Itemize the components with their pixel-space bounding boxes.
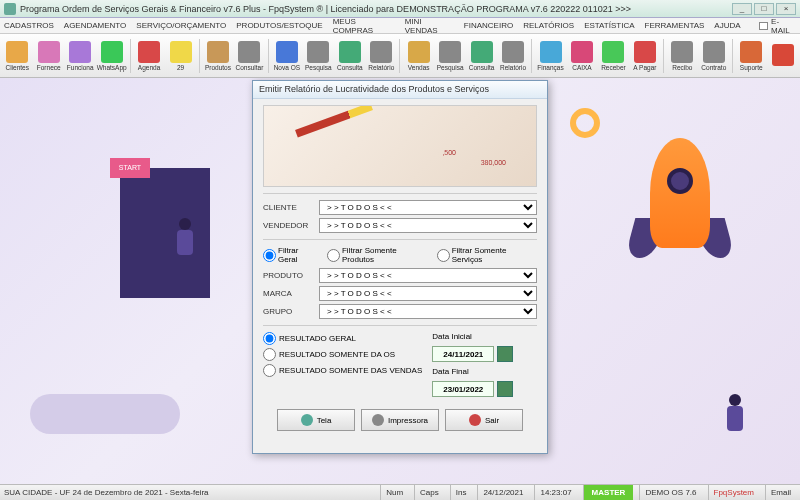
toolbar-consulta[interactable]: Consulta <box>335 41 365 71</box>
tela-button[interactable]: Tela <box>277 409 355 431</box>
status-brand: FpqSystem <box>708 485 759 500</box>
statusbar: SUA CIDADE - UF 24 de Dezembro de 2021 -… <box>0 484 800 500</box>
menu-relatorios[interactable]: RELATÓRIOS <box>523 21 574 30</box>
toolbar-receber[interactable]: Receber <box>598 41 628 71</box>
status-email[interactable]: Email <box>765 485 796 500</box>
result-os-radio[interactable]: RESULTADO SOMENTE DA OS <box>263 348 422 361</box>
bg-person <box>170 218 200 278</box>
produto-select[interactable]: > > T O D O S < < <box>319 268 537 283</box>
caixa-icon <box>571 41 593 63</box>
screen-icon <box>301 414 313 426</box>
menu-agendamento[interactable]: AGENDAMENTO <box>64 21 127 30</box>
vendedor-select[interactable]: > > T O D O S < < <box>319 218 537 233</box>
menu-produtos[interactable]: PRODUTOS/ESTOQUE <box>236 21 322 30</box>
bg-person <box>720 394 750 454</box>
result-geral-radio[interactable]: RESULTADO GERAL <box>263 332 422 345</box>
minimize-button[interactable]: _ <box>732 3 752 15</box>
toolbar-a pagar[interactable]: A Pagar <box>630 41 660 71</box>
envelope-icon <box>759 22 768 30</box>
filter-produtos-radio[interactable]: Filtrar Somente Produtos <box>327 246 429 264</box>
29-icon <box>170 41 192 63</box>
contrato-icon <box>703 41 725 63</box>
toolbar-whatsapp[interactable]: WhatsApp <box>96 41 126 71</box>
maximize-button[interactable]: □ <box>754 3 774 15</box>
report-dialog: Emitir Relatório de Lucratividade dos Pr… <box>252 80 548 454</box>
grupo-label: GRUPO <box>263 307 319 316</box>
toolbar-[interactable] <box>767 44 797 67</box>
toolbar-vendas[interactable]: Vendas <box>403 41 433 71</box>
menu-financeiro[interactable]: FINANCEIRO <box>464 21 513 30</box>
menu-compras[interactable]: MEUS COMPRAS <box>333 17 395 35</box>
whatsapp-icon <box>101 41 123 63</box>
marca-label: MARCA <box>263 289 319 298</box>
recibo-icon <box>671 41 693 63</box>
menu-email[interactable]: E-MAIL <box>759 17 796 35</box>
toolbar-finanças[interactable]: Finanças <box>535 41 565 71</box>
status-caps: Caps <box>414 485 444 500</box>
toolbar: ClientesForneceFuncionaWhatsAppAgenda29P… <box>0 34 800 78</box>
menu-cadastros[interactable]: CADASTROS <box>4 21 54 30</box>
filter-geral-radio[interactable]: Filtrar Geral <box>263 246 319 264</box>
toolbar-fornece[interactable]: Fornece <box>33 41 63 71</box>
toolbar-suporte[interactable]: Suporte <box>736 41 766 71</box>
-icon <box>772 44 794 66</box>
toolbar-relatório[interactable]: Relatório <box>498 41 528 71</box>
printer-icon <box>372 414 384 426</box>
toolbar-recibo[interactable]: Recibo <box>667 41 697 71</box>
status-demo: DEMO OS 7.6 <box>639 485 701 500</box>
funciona-icon <box>69 41 91 63</box>
status-master: MASTER <box>583 485 634 500</box>
receber-icon <box>602 41 624 63</box>
produtos-icon <box>207 41 229 63</box>
close-button[interactable]: × <box>776 3 796 15</box>
window-titlebar: Programa Ordem de Serviços Gerais & Fina… <box>0 0 800 18</box>
menu-estatistica[interactable]: ESTATÍSTICA <box>584 21 634 30</box>
toolbar-relatório[interactable]: Relatório <box>366 41 396 71</box>
toolbar-29[interactable]: 29 <box>165 41 195 71</box>
toolbar-pesquisa[interactable]: Pesquisa <box>303 41 333 71</box>
cliente-select[interactable]: > > T O D O S < < <box>319 200 537 215</box>
sair-button[interactable]: Sair <box>445 409 523 431</box>
finanças-icon <box>540 41 562 63</box>
menu-servico[interactable]: SERVIÇO/ORÇAMENTO <box>136 21 226 30</box>
toolbar-agenda[interactable]: Agenda <box>134 41 164 71</box>
pesquisa-icon <box>307 41 329 63</box>
data-inicial-label: Data Inicial <box>432 332 513 341</box>
pesquisa-icon <box>439 41 461 63</box>
toolbar-consultar[interactable]: Consultar <box>234 41 264 71</box>
fornece-icon <box>38 41 60 63</box>
data-final-input[interactable] <box>432 381 494 397</box>
status-time: 14:23:07 <box>534 485 576 500</box>
result-vendas-radio[interactable]: RESULTADO SOMENTE DAS VENDAS <box>263 364 422 377</box>
status-date: 24/12/2021 <box>477 485 528 500</box>
calendar-icon[interactable] <box>497 381 513 397</box>
toolbar-pesquisa[interactable]: Pesquisa <box>435 41 465 71</box>
toolbar-nova os[interactable]: Nova OS <box>272 41 302 71</box>
impressora-button[interactable]: Impressora <box>361 409 439 431</box>
toolbar-clientes[interactable]: Clientes <box>2 41 32 71</box>
nova os-icon <box>276 41 298 63</box>
cliente-label: CLIENTE <box>263 203 319 212</box>
bg-cloud <box>30 394 180 434</box>
toolbar-funciona[interactable]: Funciona <box>65 41 95 71</box>
data-inicial-input[interactable] <box>432 346 494 362</box>
filter-servicos-radio[interactable]: Filtrar Somente Serviços <box>437 246 537 264</box>
relatório-icon <box>502 41 524 63</box>
marca-select[interactable]: > > T O D O S < < <box>319 286 537 301</box>
bg-rocket <box>620 118 740 298</box>
toolbar-produtos[interactable]: Produtos <box>203 41 233 71</box>
toolbar-consulta[interactable]: Consulta <box>466 41 496 71</box>
relatório-icon <box>370 41 392 63</box>
workspace: START Emitir Relatório de Lucratividade … <box>0 78 800 484</box>
toolbar-caixa[interactable]: CAIXA <box>567 41 597 71</box>
grupo-select[interactable]: > > T O D O S < < <box>319 304 537 319</box>
toolbar-contrato[interactable]: Contrato <box>699 41 729 71</box>
calendar-icon[interactable] <box>497 346 513 362</box>
menu-ajuda[interactable]: AJUDA <box>714 21 740 30</box>
status-location: SUA CIDADE - UF 24 de Dezembro de 2021 -… <box>4 488 209 497</box>
a pagar-icon <box>634 41 656 63</box>
produto-label: PRODUTO <box>263 271 319 280</box>
menu-ferramentas[interactable]: FERRAMENTAS <box>645 21 705 30</box>
menu-vendas[interactable]: MINI VENDAS <box>405 17 454 35</box>
status-ins: Ins <box>450 485 472 500</box>
